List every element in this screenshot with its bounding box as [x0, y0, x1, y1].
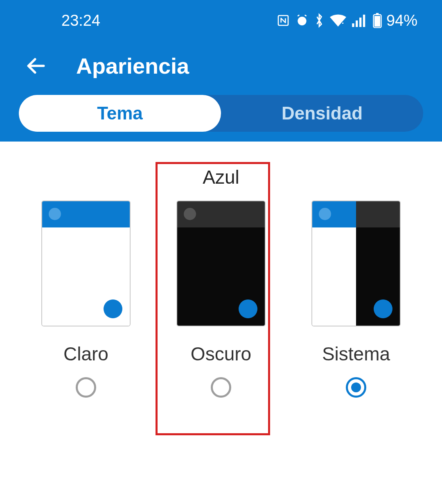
content-area: Azul Claro Oscuro [0, 142, 442, 398]
page-title: Apariencia [76, 53, 189, 79]
title-bar: Apariencia [0, 41, 442, 95]
tab-density[interactable]: Densidad [221, 95, 423, 132]
theme-option-system[interactable]: Sistema [311, 200, 401, 398]
bluetooth-icon [314, 13, 324, 28]
theme-option-light[interactable]: Claro [41, 200, 131, 398]
tab-theme[interactable]: Tema [19, 95, 221, 132]
back-button[interactable] [25, 54, 47, 77]
theme-preview-light [41, 200, 131, 326]
alarm-icon [295, 14, 309, 27]
radio-light[interactable] [76, 377, 96, 398]
theme-option-dark[interactable]: Oscuro [176, 200, 266, 398]
theme-preview-dark [176, 200, 266, 326]
battery-icon [372, 13, 382, 28]
theme-options-row: Claro Oscuro Sistema [16, 200, 426, 398]
theme-label-dark: Oscuro [191, 343, 251, 365]
radio-dark[interactable] [211, 377, 231, 398]
theme-label-system: Sistema [322, 343, 390, 365]
segmented-control: Tema Densidad [19, 95, 423, 132]
svg-rect-5 [356, 20, 358, 27]
status-bar: 23:24 94% [0, 0, 442, 41]
svg-rect-4 [352, 23, 354, 27]
nfc-icon [277, 14, 290, 27]
accent-color-label: Azul [16, 166, 426, 188]
radio-system[interactable] [346, 377, 366, 398]
status-time: 23:24 [61, 12, 100, 29]
app-header: 23:24 94% Aparienc [0, 0, 442, 142]
svg-point-3 [342, 22, 343, 24]
svg-rect-7 [363, 15, 365, 27]
theme-label-light: Claro [63, 343, 108, 365]
theme-preview-system [311, 200, 401, 326]
battery-percent: 94% [386, 12, 417, 29]
signal-icon [352, 14, 367, 27]
svg-rect-9 [376, 13, 379, 15]
svg-point-1 [298, 17, 306, 25]
svg-rect-10 [374, 16, 380, 27]
status-icons: 94% [277, 12, 417, 29]
svg-rect-6 [359, 18, 361, 27]
wifi-icon [330, 14, 346, 27]
